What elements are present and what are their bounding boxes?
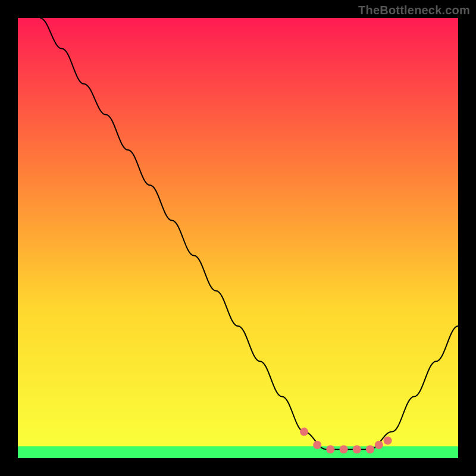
valley-marker [353,445,361,453]
valley-marker [384,436,392,444]
chart-container: TheBottleneck.com [0,0,476,476]
valley-marker [366,445,374,453]
valley-marker [340,445,348,453]
valley-marker [300,428,308,436]
bottleneck-chart [0,0,476,476]
watermark-label: TheBottleneck.com [358,4,470,17]
valley-marker [313,441,321,449]
valley-marker [375,441,383,449]
valley-marker [326,445,334,453]
